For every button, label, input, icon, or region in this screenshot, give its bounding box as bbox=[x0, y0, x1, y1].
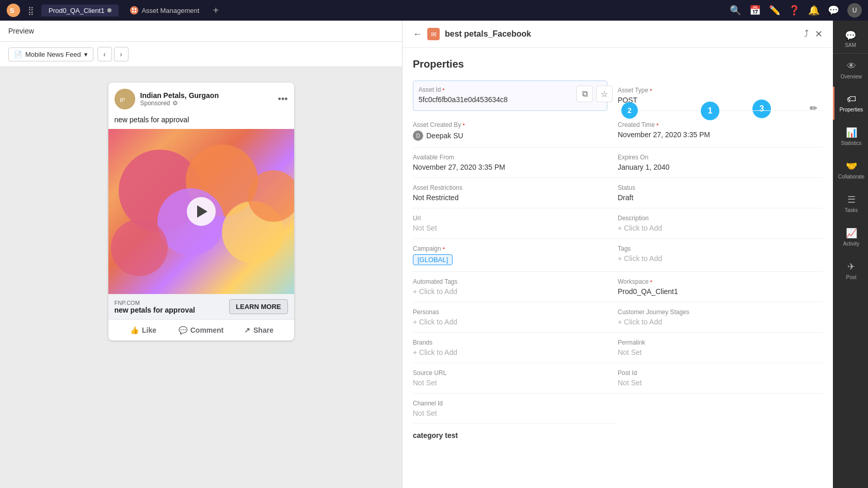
url-value: Not Set bbox=[413, 224, 618, 232]
sidebar-sam[interactable]: 💬 SAM bbox=[833, 25, 868, 54]
feed-type-select[interactable]: 📄 Mobile News Feed ▾ bbox=[8, 47, 93, 61]
close-header-icon[interactable]: ✕ bbox=[815, 28, 823, 40]
props-body: Properties 3 Asset Id • 5fc0cf6fb0a31e0d… bbox=[403, 48, 833, 488]
sidebar-item-post[interactable]: Post bbox=[833, 254, 868, 287]
fb-caption: new petals for approval bbox=[108, 116, 294, 129]
share-header-icon[interactable]: ⤴ bbox=[804, 28, 809, 40]
prop-asset-restrictions: Asset Restrictions Not Restricted bbox=[413, 178, 618, 208]
app-logo[interactable]: S bbox=[6, 3, 21, 18]
prop-created-by: Asset Created By • D Deepak SU bbox=[413, 115, 618, 148]
automated-tags-value[interactable]: + Click to Add bbox=[413, 287, 618, 296]
required-star: • bbox=[656, 121, 658, 128]
tags-value[interactable]: + Click to Add bbox=[618, 254, 823, 263]
fb-play-button[interactable] bbox=[187, 197, 216, 226]
sidebar-item-collaborate[interactable]: Collaborate bbox=[833, 153, 868, 187]
required-star: • bbox=[443, 245, 445, 252]
preview-content: IP Indian Petals, Gurgaon Sponsored ⚙ ••… bbox=[0, 67, 402, 488]
fb-more-options-icon[interactable]: ••• bbox=[278, 94, 288, 105]
fb-comment-button[interactable]: 💬 Comment bbox=[172, 322, 230, 338]
personas-label: Personas bbox=[413, 308, 618, 316]
fb-share-button[interactable]: ↗ Share bbox=[230, 322, 288, 338]
campaign-label: Campaign • bbox=[413, 245, 618, 252]
svg-text:IP: IP bbox=[120, 97, 125, 103]
add-tab-button[interactable]: + bbox=[213, 5, 219, 17]
like-label: Like bbox=[142, 326, 156, 334]
sidebar-tasks-label: Tasks bbox=[845, 207, 858, 213]
tab-asset-management[interactable]: Asset Management bbox=[123, 4, 206, 17]
chat-icon[interactable]: 💬 bbox=[828, 5, 839, 16]
chevron-down-icon: ▾ bbox=[84, 51, 88, 58]
asset-title: best petals_Facebook bbox=[445, 29, 799, 39]
prop-tags: Tags + Click to Add bbox=[618, 239, 823, 272]
tab-close-icon[interactable] bbox=[107, 8, 111, 12]
required-star: • bbox=[462, 121, 464, 128]
permalink-value: Not Set bbox=[618, 348, 823, 356]
sidebar-item-statistics[interactable]: Statistics bbox=[833, 120, 868, 153]
fb-card-header: IP Indian Petals, Gurgaon Sponsored ⚙ ••… bbox=[108, 83, 294, 116]
category-test-label: category test bbox=[413, 424, 823, 443]
search-icon[interactable]: 🔍 bbox=[730, 5, 741, 16]
sidebar-item-properties[interactable]: Properties bbox=[833, 87, 868, 120]
prev-button[interactable]: ‹ bbox=[98, 47, 112, 61]
tasks-icon bbox=[847, 194, 856, 205]
asset-id-value: 5fc0cf6fb0a31e0d453634c8 bbox=[419, 95, 602, 104]
source-url-value: Not Set bbox=[413, 379, 618, 387]
sidebar-item-tasks[interactable]: Tasks bbox=[833, 187, 868, 220]
back-button[interactable]: ← bbox=[413, 29, 422, 40]
campaign-tag: [GLOBAL] bbox=[413, 254, 453, 265]
prop-status: Status Draft bbox=[618, 178, 823, 208]
customer-journey-value[interactable]: + Click to Add bbox=[618, 318, 823, 326]
preview-toolbar: 📄 Mobile News Feed ▾ ‹ › bbox=[0, 42, 402, 67]
props-grid-top: Asset Id • 5fc0cf6fb0a31e0d453634c8 2 As… bbox=[413, 80, 823, 111]
prop-permalink: Permalink Not Set bbox=[618, 333, 823, 363]
fb-like-button[interactable]: 👍 Like bbox=[115, 322, 172, 338]
description-label: Description bbox=[618, 215, 823, 222]
prop-created-time: Created Time • November 27, 2020 3:35 PM bbox=[618, 115, 823, 148]
preview-navigation: ‹ › bbox=[98, 47, 128, 61]
url-label: Url bbox=[413, 215, 618, 222]
fb-cta-button[interactable]: LEARN MORE bbox=[229, 299, 287, 314]
overview-icon bbox=[847, 61, 856, 72]
svg-rect-4 bbox=[132, 11, 134, 12]
badge-1[interactable]: 1 bbox=[701, 102, 719, 120]
props-grid-main: Asset Created By • D Deepak SU Created T… bbox=[413, 115, 823, 424]
permalink-label: Permalink bbox=[618, 339, 823, 346]
sidebar-item-activity[interactable]: Activity bbox=[833, 220, 868, 254]
fb-meta: Indian Petals, Gurgaon Sponsored ⚙ bbox=[140, 91, 273, 107]
brands-value[interactable]: + Click to Add bbox=[413, 348, 618, 356]
fb-cta-title: new petals for approval bbox=[115, 306, 195, 314]
tab-asset-label: Asset Management bbox=[141, 7, 199, 14]
source-url-label: Source URL bbox=[413, 369, 618, 377]
badge-2[interactable]: 2 bbox=[621, 102, 638, 119]
tab-prod0[interactable]: Prod0_QA_Client1 bbox=[41, 5, 119, 17]
edit-icon[interactable]: ✏️ bbox=[769, 5, 780, 16]
copy-icon[interactable]: ⧉ bbox=[576, 86, 593, 102]
description-value[interactable]: + Click to Add bbox=[618, 224, 823, 232]
svg-rect-5 bbox=[135, 11, 136, 12]
sidebar-item-overview[interactable]: Overview bbox=[833, 54, 868, 87]
sam-chat-icon: 💬 bbox=[845, 30, 856, 41]
facebook-ad-card: IP Indian Petals, Gurgaon Sponsored ⚙ ••… bbox=[108, 83, 294, 340]
prop-source-url: Source URL Not Set bbox=[413, 363, 618, 394]
svg-text:S: S bbox=[10, 7, 14, 14]
next-button[interactable]: › bbox=[114, 47, 128, 61]
edit-properties-icon[interactable]: ✏ bbox=[810, 103, 817, 114]
calendar-icon[interactable]: 📅 bbox=[749, 5, 761, 16]
svg-rect-3 bbox=[135, 8, 136, 10]
star-icon[interactable]: ☆ bbox=[596, 86, 613, 102]
prop-automated-tags: Automated Tags + Click to Add bbox=[413, 272, 618, 302]
post-icon bbox=[847, 261, 855, 272]
created-time-label: Created Time • bbox=[618, 121, 823, 128]
bell-icon[interactable]: 🔔 bbox=[808, 5, 819, 16]
asset-restrictions-value: Not Restricted bbox=[413, 193, 618, 202]
grid-icon[interactable]: ⣿ bbox=[28, 6, 34, 15]
user-avatar[interactable]: U bbox=[847, 3, 862, 18]
help-icon[interactable]: ❓ bbox=[789, 5, 800, 16]
personas-value[interactable]: + Click to Add bbox=[413, 318, 618, 326]
email-asset-icon: ✉ bbox=[427, 28, 440, 40]
collaborate-icon bbox=[846, 160, 857, 172]
prop-workspace: Workspace • Prod0_QA_Client1 bbox=[618, 272, 823, 302]
comment-label: Comment bbox=[190, 326, 224, 334]
document-icon: 📄 bbox=[14, 51, 22, 58]
asset-id-section: Asset Id • 5fc0cf6fb0a31e0d453634c8 2 As… bbox=[413, 80, 823, 111]
